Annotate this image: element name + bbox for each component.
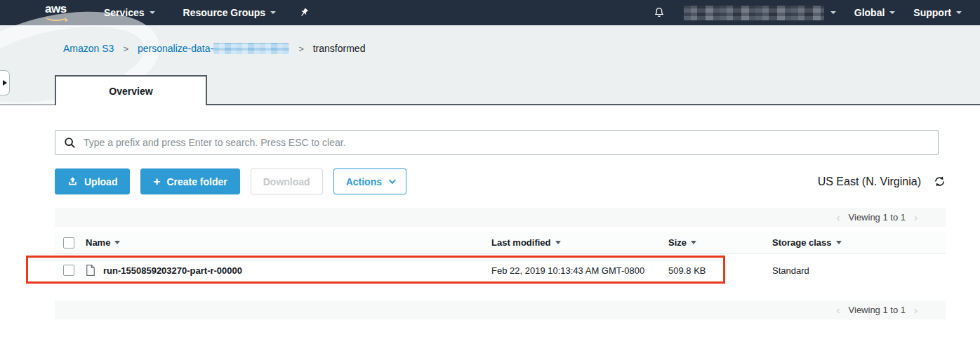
region-menu-global[interactable]: Global (854, 7, 896, 18)
create-folder-button[interactable]: + Create folder (140, 168, 239, 194)
upload-button[interactable]: Upload (55, 168, 130, 194)
file-icon (86, 264, 95, 277)
breadcrumb-folder: transformed (313, 43, 366, 54)
breadcrumb-amazon-s3[interactable]: Amazon S3 (63, 43, 114, 54)
column-header-size[interactable]: Size (668, 237, 772, 248)
column-header-name-label: Name (86, 237, 110, 248)
nav-global-label: Global (854, 7, 885, 18)
object-name: run-1550859203270-part-r-00000 (103, 265, 242, 276)
plus-icon: + (153, 176, 160, 187)
breadcrumb-bucket[interactable]: personalize-data- (138, 43, 289, 54)
breadcrumb-bucket-prefix: personalize-data- (138, 43, 213, 54)
pagination-bar-top: ‹ Viewing 1 to 1 › (55, 208, 946, 227)
column-header-last-modified[interactable]: Last modified (491, 237, 668, 248)
row-select-cell (55, 265, 86, 276)
breadcrumb: Amazon S3 > personalize-data- > transfor… (63, 43, 365, 54)
prefix-search-box (55, 130, 939, 155)
search-icon (64, 137, 76, 149)
sort-caret-icon (836, 241, 842, 244)
column-header-size-label: Size (668, 237, 687, 248)
chevron-down-icon (389, 177, 396, 184)
table-header-row: Name Last modified Size Storage class (55, 232, 946, 254)
actions-button-label: Actions (346, 176, 382, 187)
size-cell: 509.8 KB (668, 265, 772, 276)
column-header-storage-class[interactable]: Storage class (772, 237, 946, 248)
pagination-status: Viewing 1 to 1 (849, 305, 906, 315)
sidebar-expand-handle[interactable] (0, 70, 10, 95)
support-menu[interactable]: Support (913, 7, 962, 18)
pagination-bar-bottom: ‹ Viewing 1 to 1 › (55, 300, 946, 319)
bucket-name-blurred (213, 43, 289, 54)
chevron-down-icon (889, 11, 895, 14)
previous-page-icon[interactable]: ‹ (837, 211, 840, 223)
upload-button-label: Upload (84, 176, 117, 187)
sort-caret-icon (691, 241, 696, 244)
sort-caret-icon (555, 241, 561, 244)
nav-resource-groups-label: Resource Groups (183, 7, 265, 18)
chevron-down-icon (270, 11, 276, 14)
download-button[interactable]: Download (251, 168, 323, 194)
object-name-cell[interactable]: run-1550859203270-part-r-00000 (86, 264, 491, 277)
bell-icon[interactable] (653, 6, 666, 19)
tab-overview-label: Overview (109, 86, 152, 97)
chevron-down-icon (830, 11, 836, 14)
region-label: US East (N. Virginia) (818, 176, 921, 188)
nav-support-label: Support (913, 7, 951, 18)
nav-resource-groups-menu[interactable]: Resource Groups (183, 7, 276, 18)
refresh-icon[interactable] (934, 176, 946, 187)
next-page-icon[interactable]: › (914, 304, 918, 316)
account-menu[interactable] (684, 6, 836, 20)
select-all-checkbox[interactable] (63, 237, 74, 249)
account-name-blurred (684, 6, 824, 20)
previous-page-icon[interactable]: ‹ (837, 304, 840, 316)
top-nav-bar: aws Services Resource Groups (0, 0, 980, 25)
table-row: run-1550859203270-part-r-00000 Feb 22, 2… (55, 254, 946, 286)
download-button-label: Download (263, 176, 310, 187)
pagination-status: Viewing 1 to 1 (849, 212, 906, 223)
actions-dropdown-button[interactable]: Actions (333, 168, 406, 194)
storage-class-cell: Standard (772, 265, 946, 276)
tab-overview[interactable]: Overview (55, 75, 207, 105)
column-header-last-modified-label: Last modified (491, 237, 551, 248)
select-all-cell (55, 237, 86, 249)
page-header: Amazon S3 > personalize-data- > transfor… (0, 25, 980, 105)
next-page-icon[interactable]: › (914, 211, 918, 223)
last-modified-cell: Feb 22, 2019 10:13:43 AM GMT-0800 (491, 265, 668, 276)
chevron-down-icon (956, 11, 962, 14)
breadcrumb-separator: > (123, 44, 128, 54)
create-folder-button-label: Create folder (166, 176, 227, 187)
toolbar: Upload + Create folder Download Actions … (55, 168, 946, 194)
column-header-storage-class-label: Storage class (772, 237, 832, 248)
s3-console-page: aws Services Resource Groups (0, 0, 980, 351)
chevron-right-icon (3, 80, 7, 86)
row-checkbox[interactable] (63, 265, 74, 276)
pushpin-icon[interactable] (298, 7, 310, 18)
region-indicator: US East (N. Virginia) (818, 176, 946, 188)
chevron-down-icon (150, 11, 155, 14)
main-content: Upload + Create folder Download Actions … (0, 130, 980, 319)
upload-icon (67, 176, 78, 187)
sort-caret-icon (114, 241, 120, 244)
breadcrumb-separator: > (298, 44, 304, 54)
column-header-name[interactable]: Name (86, 237, 491, 248)
search-input[interactable] (84, 137, 929, 148)
